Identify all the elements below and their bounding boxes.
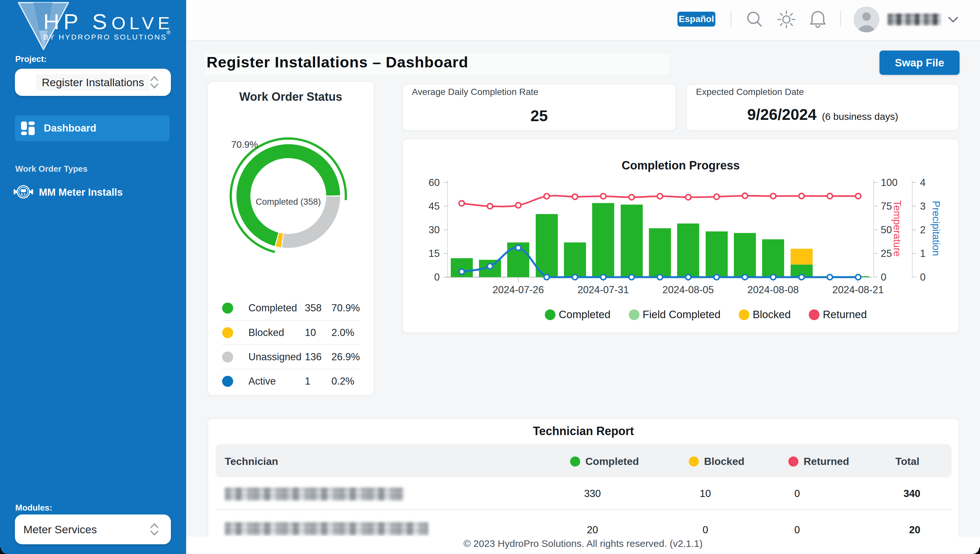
svg-text:®: ® (166, 29, 171, 36)
svg-text:100: 100 (881, 177, 898, 188)
svg-text:2024-08-08: 2024-08-08 (747, 284, 799, 296)
svg-text:OLVE: OLVE (112, 13, 174, 33)
svg-text:HP S: HP S (43, 10, 111, 34)
svg-text:Precipitation: Precipitation (931, 201, 942, 256)
svg-text:2024-07-26: 2024-07-26 (493, 284, 544, 296)
svg-text:60: 60 (429, 177, 440, 188)
svg-text:45: 45 (429, 201, 440, 212)
svg-text:0: 0 (434, 272, 440, 283)
svg-text:0: 0 (881, 272, 886, 283)
svg-text:50: 50 (881, 224, 892, 236)
svg-text:2: 2 (920, 224, 926, 236)
svg-text:BY HYDROPRO SOLUTIONS: BY HYDROPRO SOLUTIONS (43, 33, 167, 41)
svg-text:75: 75 (881, 201, 892, 212)
svg-text:2024-08-05: 2024-08-05 (662, 284, 714, 296)
svg-text:15: 15 (429, 248, 440, 259)
svg-text:3: 3 (920, 201, 926, 212)
svg-text:4: 4 (920, 177, 926, 188)
svg-text:0: 0 (920, 272, 926, 283)
svg-text:30: 30 (429, 224, 440, 236)
svg-text:25: 25 (881, 248, 892, 259)
svg-text:2024-08-21: 2024-08-21 (832, 284, 884, 296)
svg-text:Temperature: Temperature (891, 200, 903, 256)
svg-text:1: 1 (920, 248, 926, 259)
svg-text:2024-07-31: 2024-07-31 (578, 284, 629, 296)
